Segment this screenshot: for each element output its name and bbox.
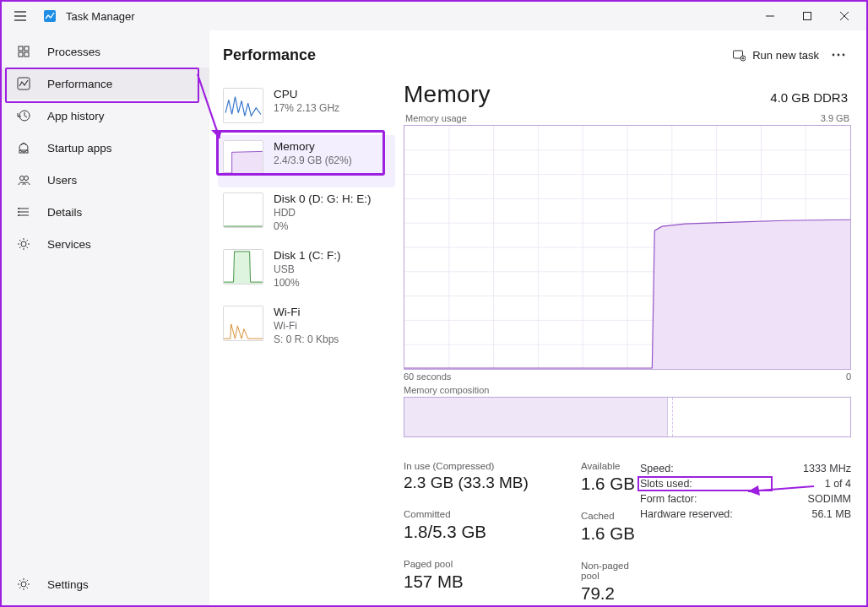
svg-point-23 xyxy=(18,214,19,216)
sidebar-item-label: Users xyxy=(47,174,77,187)
stat-value: 79.2 MB xyxy=(581,583,640,605)
sidebar-item-label: App history xyxy=(47,110,105,122)
stat-label: Non-paged pool xyxy=(581,561,640,581)
kv-row-hwreserved: Hardware reserved:56.1 MB xyxy=(640,507,851,522)
maximize-button[interactable] xyxy=(789,2,826,30)
disk1-thumb xyxy=(223,249,263,285)
perf-item-memory[interactable]: Memory 2.4/3.9 GB (62%) xyxy=(218,135,395,187)
svg-rect-3 xyxy=(44,10,56,22)
sidebar-item-performance[interactable]: Performance xyxy=(2,68,209,100)
performance-resource-list: CPU 17% 2.13 GHz Memory 2.4/3.9 GB (62%) xyxy=(218,81,395,602)
perf-item-title: Disk 0 (D: G: H: E:) xyxy=(274,192,372,205)
more-options-button[interactable] xyxy=(826,42,851,68)
perf-item-title: Disk 1 (C: F:) xyxy=(274,249,341,262)
sidebar-item-services[interactable]: Services xyxy=(2,228,209,260)
perf-item-sub: HDD xyxy=(274,207,372,219)
perf-item-title: CPU xyxy=(274,88,339,100)
svg-rect-8 xyxy=(19,46,23,51)
perf-item-disk0[interactable]: Disk 0 (D: G: H: E:) HDD 0% xyxy=(218,187,395,244)
run-task-icon xyxy=(732,48,746,62)
minimize-button[interactable] xyxy=(751,2,789,30)
svg-line-41 xyxy=(27,580,29,582)
detail-title: Memory xyxy=(404,81,491,108)
svg-rect-11 xyxy=(24,52,29,57)
stat-value: 157 MB xyxy=(404,572,513,592)
details-icon xyxy=(15,203,32,220)
sidebar-item-settings[interactable]: Settings xyxy=(2,568,209,600)
hamburger-menu-button[interactable] xyxy=(10,6,30,26)
kv-row-speed: Speed:1333 MHz xyxy=(640,461,851,476)
perf-item-sub: USB xyxy=(274,263,341,275)
sidebar-item-app-history[interactable]: App history xyxy=(2,100,209,132)
svg-point-16 xyxy=(20,176,24,181)
svg-line-40 xyxy=(19,588,21,589)
stat-label: Available xyxy=(581,461,640,471)
svg-point-48 xyxy=(843,54,845,57)
svg-line-32 xyxy=(27,240,29,241)
cpu-thumb xyxy=(223,88,263,123)
svg-rect-9 xyxy=(24,46,29,51)
perf-item-title: Memory xyxy=(274,140,352,153)
memory-detail: Memory 4.0 GB DDR3 Memory usage 3.9 GB xyxy=(395,81,851,602)
svg-line-38 xyxy=(19,580,21,582)
sidebar-item-label: Services xyxy=(47,238,91,251)
svg-line-39 xyxy=(27,588,29,589)
sidebar-item-label: Processes xyxy=(47,46,100,58)
title-bar: Task Manager xyxy=(2,2,866,30)
stat-value: 1.8/5.3 GB xyxy=(404,522,513,542)
xaxis-right: 0 xyxy=(846,371,851,382)
perf-item-wifi[interactable]: Wi-Fi Wi-Fi S: 0 R: 0 Kbps xyxy=(218,301,395,357)
sidebar-item-label: Settings xyxy=(47,578,89,591)
close-button[interactable] xyxy=(826,2,863,30)
memory-composition-label: Memory composition xyxy=(404,385,851,395)
stat-value: 1.6 GB xyxy=(581,474,640,494)
svg-point-47 xyxy=(838,54,840,57)
history-icon xyxy=(15,107,32,124)
app-icon xyxy=(42,8,57,24)
perf-item-sub: Wi-Fi xyxy=(274,320,339,332)
svg-rect-5 xyxy=(804,13,811,20)
run-new-task-button[interactable]: Run new task xyxy=(725,43,826,67)
memory-composition-bar xyxy=(404,397,851,437)
sidebar-item-processes[interactable]: Processes xyxy=(2,35,209,68)
gear-icon xyxy=(15,236,32,252)
svg-point-24 xyxy=(21,241,26,247)
settings-icon xyxy=(15,576,32,593)
svg-line-30 xyxy=(27,247,29,249)
performance-icon xyxy=(15,75,32,92)
svg-rect-10 xyxy=(19,52,23,57)
sidebar-item-users[interactable]: Users xyxy=(2,164,209,196)
svg-point-22 xyxy=(18,211,19,213)
sidebar-item-details[interactable]: Details xyxy=(2,196,209,228)
kv-row-slots: Slots used:1 of 4 xyxy=(640,476,851,491)
sidebar-item-label: Details xyxy=(47,206,82,219)
svg-point-46 xyxy=(833,54,835,57)
svg-point-21 xyxy=(18,208,19,209)
stat-value: 1.6 GB xyxy=(581,523,640,544)
perf-item-cpu[interactable]: CPU 17% 2.13 GHz xyxy=(218,83,395,135)
wifi-thumb xyxy=(223,306,263,341)
sidebar-item-startup-apps[interactable]: Startup apps xyxy=(2,132,209,164)
sidebar: Processes Performance App history Startu… xyxy=(2,30,209,605)
users-icon xyxy=(15,171,32,188)
svg-line-29 xyxy=(19,240,21,241)
stat-value: 2.3 GB (33.3 MB) xyxy=(404,474,513,492)
memory-capacity: 4.0 GB DDR3 xyxy=(770,90,848,105)
main-panel: Performance Run new task CPU 17% 2.13 GH… xyxy=(209,30,866,605)
memory-thumb xyxy=(223,140,263,176)
stat-label: Cached xyxy=(581,511,640,521)
perf-item-disk1[interactable]: Disk 1 (C: F:) USB 100% xyxy=(218,244,395,301)
page-title: Performance xyxy=(223,46,316,64)
memory-usage-chart xyxy=(404,125,851,370)
sidebar-item-label: Performance xyxy=(47,78,112,90)
startup-icon xyxy=(15,139,32,156)
chart-usage-label: Memory usage xyxy=(405,113,467,123)
perf-item-sub2: 100% xyxy=(274,277,341,289)
perf-item-sub: 17% 2.13 GHz xyxy=(274,102,339,114)
run-task-label: Run new task xyxy=(752,49,819,62)
stat-label: Paged pool xyxy=(404,559,513,569)
processes-icon xyxy=(15,43,32,60)
perf-item-title: Wi-Fi xyxy=(274,306,339,318)
xaxis-left: 60 seconds xyxy=(404,371,451,382)
perf-item-sub2: S: 0 R: 0 Kbps xyxy=(274,333,339,345)
